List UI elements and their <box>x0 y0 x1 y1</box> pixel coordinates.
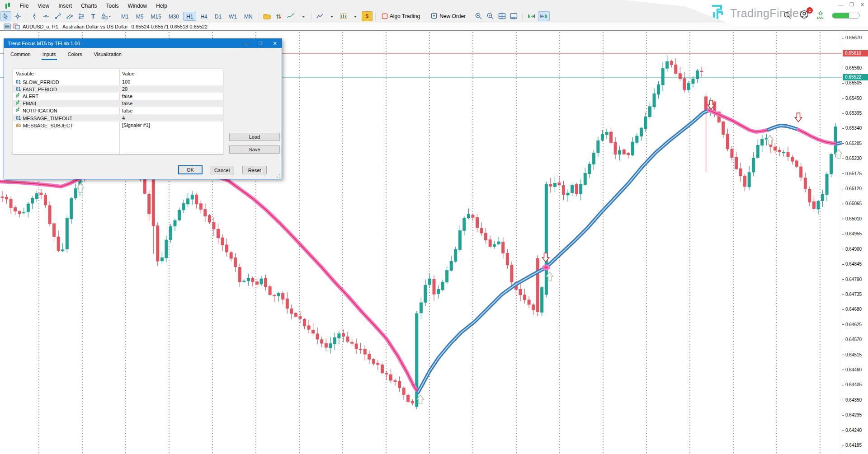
save-button[interactable]: Save <box>229 145 280 154</box>
tab-colors[interactable]: Colors <box>67 51 83 60</box>
new-order-button[interactable]: New Order <box>428 11 472 21</box>
param-type-icon <box>16 93 21 100</box>
menu-item-charts[interactable]: Charts <box>76 2 101 10</box>
crosshair-tool-button[interactable] <box>12 11 23 21</box>
param-row-fast-period[interactable]: 01FAST_PERIOD20 <box>13 85 223 93</box>
channel-tool-button[interactable] <box>64 11 75 21</box>
market-watch-dollar-button[interactable]: $ <box>362 11 373 21</box>
menu-item-insert[interactable]: Insert <box>54 2 76 10</box>
cursor-tool-button[interactable] <box>0 11 11 21</box>
timeframe-d1[interactable]: D1 <box>212 12 225 21</box>
axis-price-label: 0.65120 <box>845 186 862 191</box>
step-back-button[interactable] <box>538 11 550 21</box>
search-icon[interactable] <box>783 11 792 19</box>
indicators-button[interactable] <box>285 11 297 21</box>
line-chart-dropdown-caret[interactable] <box>326 11 337 21</box>
dialog-resize-grip[interactable] <box>276 173 281 178</box>
menu-item-view[interactable]: View <box>33 2 54 10</box>
param-row-message-subject[interactable]: abMESSAGE_SUBJECT[Signaler #1] <box>13 122 223 129</box>
trendline-tool-button[interactable] <box>52 11 63 21</box>
tab-common[interactable]: Common <box>9 51 32 60</box>
equidistant-lines-tool-button[interactable] <box>76 11 87 21</box>
param-name: SLOW_PERIOD <box>23 79 59 86</box>
chart-ohlc: 0.65524 0.65571 0.65518 0.65522 <box>132 24 208 29</box>
menu-item-file[interactable]: File <box>15 2 33 10</box>
axis-price-label: 0.64900 <box>845 247 862 252</box>
candle-chart-dropdown-caret[interactable] <box>350 11 361 21</box>
level-progress-bar <box>832 13 860 19</box>
dialog-tabs: CommonInputsColorsVisualization <box>9 51 123 60</box>
param-type-icon: 01 <box>16 114 21 122</box>
zoom-in-button[interactable] <box>473 11 484 21</box>
timeframe-m1[interactable]: M1 <box>118 12 132 21</box>
param-value[interactable]: [Signaler #1] <box>122 122 150 129</box>
price-axis[interactable]: 0.656700.655600.655050.654500.653950.653… <box>842 31 868 454</box>
profile-icon[interactable]: 1 <box>800 10 809 21</box>
dialog-maximize-button[interactable]: ☐ <box>254 39 267 48</box>
chart-list-icon[interactable] <box>4 23 11 29</box>
param-row-email[interactable]: EMAILfalse <box>13 100 223 107</box>
param-type-icon: ab <box>16 122 21 129</box>
param-value[interactable]: false <box>122 93 132 100</box>
text-tool-button[interactable]: T <box>88 11 99 21</box>
tab-visualization[interactable]: Visualization <box>93 51 123 60</box>
toggle-panel-button[interactable] <box>509 11 519 21</box>
axis-price-label: 0.64680 <box>845 307 862 312</box>
algo-trading-button[interactable]: Algo Trading <box>378 11 427 21</box>
reset-button[interactable]: Reset <box>242 166 267 174</box>
mt5-logo-icon <box>5 3 12 9</box>
mt5-window: FileViewInsertChartsToolsWindowHelp T M1… <box>0 0 868 454</box>
dialog-minimize-button[interactable]: — <box>239 39 253 48</box>
notification-badge: 1 <box>807 7 813 14</box>
dialog-close-button[interactable]: ✕ <box>268 39 282 48</box>
param-name: MESSAGE_TIMEOUT <box>23 115 72 122</box>
param-value[interactable]: 20 <box>122 85 127 93</box>
param-value[interactable]: 100 <box>122 78 130 85</box>
window-minimize-button[interactable]: — <box>838 2 843 8</box>
param-row-slow-period[interactable]: 01SLOW_PERIOD100 <box>13 78 223 85</box>
step-forward-button[interactable] <box>525 11 537 21</box>
param-type-icon: 01 <box>16 78 21 86</box>
menu-item-window[interactable]: Window <box>123 2 152 10</box>
candle-chart-type-button[interactable] <box>338 11 349 21</box>
indicators-dropdown-caret[interactable] <box>298 11 309 21</box>
param-value[interactable]: 4 <box>122 114 125 122</box>
param-row-notification[interactable]: NOTIFICATIONfalse <box>13 107 223 114</box>
axis-price-label: 0.65450 <box>845 96 862 101</box>
param-row-message-timeout[interactable]: 01MESSAGE_TIMEOUT4 <box>13 114 223 122</box>
vertical-line-tool-button[interactable] <box>29 11 40 21</box>
zoom-out-button[interactable] <box>485 11 496 21</box>
inputs-table[interactable]: Variable Value 01SLOW_PERIOD10001FAST_PE… <box>13 69 223 154</box>
ok-button[interactable]: OK <box>178 165 203 174</box>
menu-item-help[interactable]: Help <box>151 2 172 10</box>
axis-price-label: 0.64790 <box>845 277 862 282</box>
param-value[interactable]: false <box>122 100 132 107</box>
load-button[interactable]: Load <box>229 133 280 141</box>
timeframe-w1[interactable]: W1 <box>226 12 240 21</box>
buy-sell-arrows-button[interactable] <box>274 11 284 21</box>
param-name: MESSAGE_SUBJECT <box>23 122 73 129</box>
timeframe-m5[interactable]: M5 <box>133 12 147 21</box>
param-row-alert[interactable]: ALERTfalse <box>13 93 223 100</box>
timeframe-h4[interactable]: H4 <box>197 12 210 21</box>
window-maximize-button[interactable]: ❐ <box>849 2 854 8</box>
timeframe-m15[interactable]: M15 <box>147 12 164 21</box>
axis-price-label: 0.65010 <box>845 216 862 221</box>
dialog-titlebar[interactable]: Trend Focus MT5 by TFLab 1.00 — ☐ ✕ <box>4 39 282 48</box>
window-close-button[interactable]: ✕ <box>860 2 864 8</box>
timeframe-m30[interactable]: M30 <box>165 12 182 21</box>
profiles-folder-button[interactable] <box>262 11 273 21</box>
param-value[interactable]: false <box>122 107 132 114</box>
chart-switch-icon[interactable] <box>13 23 20 29</box>
param-type-icon <box>16 107 21 114</box>
tile-windows-button[interactable] <box>497 11 508 21</box>
line-chart-type-button[interactable] <box>315 11 326 21</box>
tab-inputs[interactable]: Inputs <box>42 51 57 60</box>
cancel-button[interactable]: Cancel <box>210 166 234 174</box>
horizontal-line-tool-button[interactable] <box>41 11 52 21</box>
menu-item-tools[interactable]: Tools <box>102 2 123 10</box>
shapes-tool-button[interactable] <box>99 11 112 21</box>
timeframe-h1[interactable]: H1 <box>183 12 196 21</box>
axis-price-label: 0.65065 <box>845 201 862 206</box>
timeframe-mn[interactable]: MN <box>241 12 256 21</box>
